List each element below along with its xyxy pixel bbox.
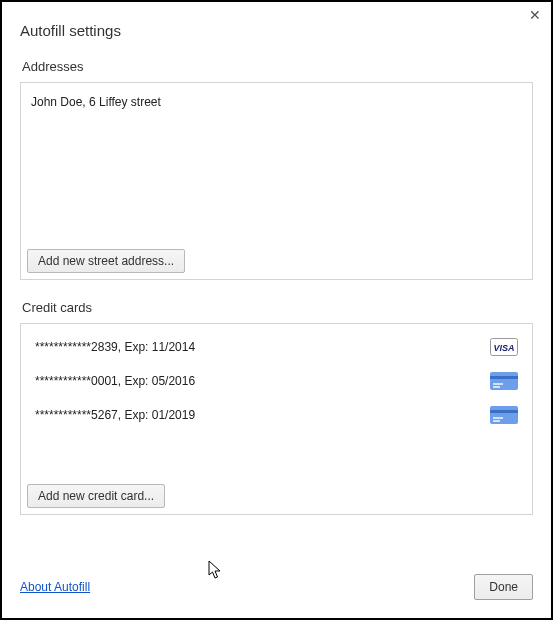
- close-icon: ✕: [529, 7, 541, 23]
- addresses-list: John Doe, 6 Liffey street: [27, 89, 526, 115]
- add-address-button[interactable]: Add new street address...: [27, 249, 185, 273]
- credit-cards-list: ************2839, Exp: 11/2014VISA******…: [27, 330, 526, 432]
- svg-rect-5: [493, 386, 500, 388]
- about-autofill-link[interactable]: About Autofill: [20, 580, 90, 594]
- generic-card-icon: [490, 406, 518, 424]
- generic-card-icon: [490, 372, 518, 390]
- visa-card-icon: VISA: [490, 338, 518, 356]
- credit-card-text: ************5267, Exp: 01/2019: [35, 408, 490, 422]
- close-button[interactable]: ✕: [529, 8, 541, 22]
- svg-rect-3: [490, 376, 518, 379]
- done-button[interactable]: Done: [474, 574, 533, 600]
- credit-cards-label: Credit cards: [22, 300, 533, 315]
- svg-rect-7: [490, 410, 518, 413]
- addresses-panel: John Doe, 6 Liffey street Add new street…: [20, 82, 533, 280]
- credit-card-item[interactable]: ************5267, Exp: 01/2019: [27, 398, 526, 432]
- svg-text:VISA: VISA: [493, 343, 514, 353]
- svg-rect-9: [493, 420, 500, 422]
- dialog-footer: About Autofill Done: [20, 574, 533, 600]
- autofill-settings-dialog: ✕ Autofill settings Addresses John Doe, …: [2, 2, 551, 618]
- svg-rect-4: [493, 383, 503, 385]
- dialog-title: Autofill settings: [20, 22, 533, 39]
- credit-card-text: ************2839, Exp: 11/2014: [35, 340, 490, 354]
- add-credit-card-button[interactable]: Add new credit card...: [27, 484, 165, 508]
- credit-cards-panel: ************2839, Exp: 11/2014VISA******…: [20, 323, 533, 515]
- credit-card-item[interactable]: ************2839, Exp: 11/2014VISA: [27, 330, 526, 364]
- addresses-label: Addresses: [22, 59, 533, 74]
- address-item[interactable]: John Doe, 6 Liffey street: [27, 89, 526, 115]
- credit-card-item[interactable]: ************0001, Exp: 05/2016: [27, 364, 526, 398]
- address-text: John Doe, 6 Liffey street: [31, 95, 161, 109]
- credit-card-text: ************0001, Exp: 05/2016: [35, 374, 490, 388]
- svg-rect-8: [493, 417, 503, 419]
